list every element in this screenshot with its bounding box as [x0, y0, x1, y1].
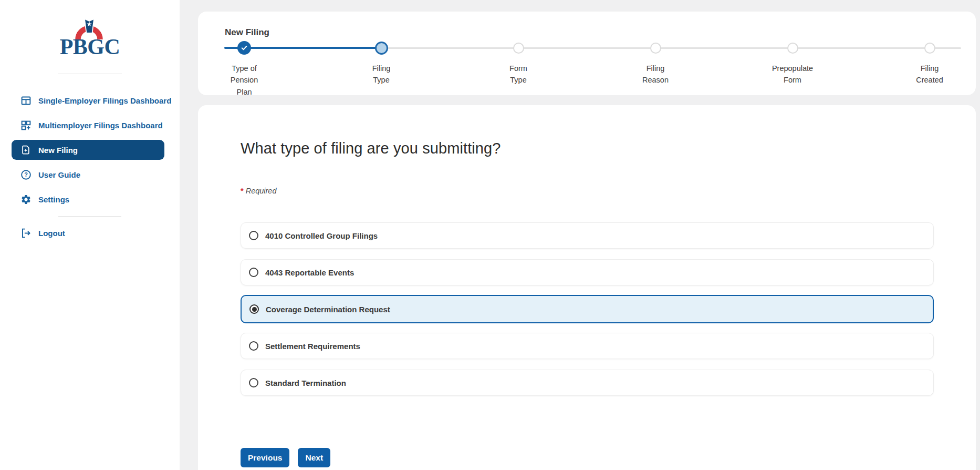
radio-unselected[interactable] [249, 341, 258, 351]
single-employer-dashboard-icon [20, 95, 32, 107]
next-button[interactable]: Next [298, 448, 330, 467]
sidebar-item-new-filing[interactable]: New Filing [12, 140, 164, 160]
sidebar-item-user-guide[interactable]: ? User Guide [0, 162, 180, 187]
stepper-track: Type of Pension Plan Filing Type Form Ty… [198, 12, 976, 95]
step-current-dot [375, 42, 388, 55]
logout-icon [20, 228, 32, 239]
pbgc-logo-text: PBGC [60, 35, 120, 59]
step-label: Prepopulate Form [756, 63, 829, 86]
sidebar-item-label: New Filing [38, 146, 78, 155]
sidebar-item-settings[interactable]: Settings [0, 187, 180, 212]
option-4043-reportable-events[interactable]: 4043 Reportable Events [241, 259, 934, 285]
new-filing-icon [20, 144, 32, 156]
step-label: Form Type [482, 63, 555, 86]
step-filing-reason: Filing Reason [619, 12, 692, 90]
option-coverage-determination-request[interactable]: Coverage Determination Request [241, 295, 934, 323]
radio-unselected[interactable] [249, 231, 258, 240]
multiemployer-dashboard-icon [20, 120, 32, 131]
filing-type-options: 4010 Controlled Group Filings 4043 Repor… [241, 222, 934, 406]
option-label: 4043 Reportable Events [265, 268, 354, 277]
sidebar-item-logout[interactable]: Logout [0, 221, 180, 246]
sidebar-item-multiemployer-dashboard[interactable]: Multiemployer Filings Dashboard [0, 113, 180, 138]
step-prepopulate-form: Prepopulate Form [756, 12, 829, 90]
required-asterisk: * [241, 187, 244, 195]
sidebar-item-single-employer-dashboard[interactable]: Single-Employer Filings Dashboard [0, 88, 180, 113]
app-window: PBGC Single-Employer Filings Dashboard [0, 0, 980, 470]
divider [58, 216, 121, 217]
option-label: 4010 Controlled Group Filings [265, 231, 378, 240]
form-actions: Previous Next [241, 448, 330, 467]
sidebar-item-label: Single-Employer Filings Dashboard [38, 96, 171, 105]
step-label: Filing Reason [619, 63, 692, 86]
check-icon [240, 44, 248, 52]
step-filing-type: Filing Type [345, 12, 418, 90]
option-label: Standard Termination [265, 379, 346, 387]
option-label: Coverage Determination Request [266, 305, 390, 314]
radio-unselected[interactable] [249, 378, 258, 387]
step-upcoming-dot [924, 43, 935, 54]
option-4010-controlled-group-filings[interactable]: 4010 Controlled Group Filings [241, 222, 934, 249]
divider [58, 74, 122, 74]
step-upcoming-dot [787, 43, 798, 54]
sidebar-item-label: Settings [38, 195, 69, 204]
radio-selected[interactable] [249, 304, 259, 314]
sidebar-item-label: Logout [38, 229, 65, 238]
step-type-of-pension-plan: Type of Pension Plan [207, 12, 281, 90]
step-form-type: Form Type [482, 12, 555, 90]
stepper-card: New Filing Type of Pension Plan Filing T… [198, 12, 976, 95]
pbgc-logo: PBGC [57, 16, 122, 62]
step-completed-dot [237, 41, 251, 55]
sidebar-item-label: User Guide [38, 170, 80, 179]
required-note: *Required [241, 187, 277, 195]
step-filing-created: Filing Created [893, 12, 966, 90]
step-label: Filing Created [893, 63, 966, 86]
sidebar: PBGC Single-Employer Filings Dashboard [0, 0, 180, 470]
svg-text:?: ? [24, 171, 28, 178]
sidebar-item-label: Multiemployer Filings Dashboard [38, 121, 163, 130]
filing-type-form-card: What type of filing are you submitting? … [198, 105, 976, 470]
option-label: Settlement Requirements [265, 342, 360, 351]
step-upcoming-dot [650, 43, 661, 54]
step-label: Type of Pension Plan [207, 63, 281, 98]
pbgc-logo-graphic: PBGC [57, 16, 122, 60]
option-settlement-requirements[interactable]: Settlement Requirements [241, 333, 934, 359]
step-label: Filing Type [345, 63, 418, 86]
page-title: What type of filing are you submitting? [241, 140, 501, 157]
option-standard-termination[interactable]: Standard Termination [241, 370, 934, 396]
sidebar-nav: Single-Employer Filings Dashboard Multie… [0, 88, 180, 246]
help-icon: ? [20, 169, 32, 181]
gear-icon [20, 194, 32, 206]
previous-button[interactable]: Previous [241, 448, 289, 467]
radio-unselected[interactable] [249, 268, 258, 277]
step-upcoming-dot [513, 43, 524, 54]
